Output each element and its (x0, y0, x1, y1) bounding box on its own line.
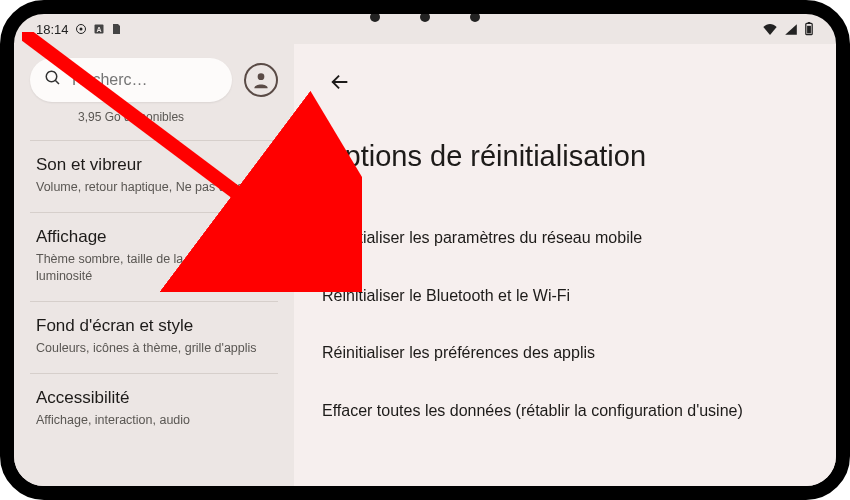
menu-subtitle: Couleurs, icônes à thème, grille d'appli… (36, 340, 272, 357)
storage-available: 3,95 Go disponibles (78, 110, 278, 124)
battery-icon (804, 22, 814, 36)
reset-option-bluetooth-wifi[interactable]: Réinitialiser le Bluetooth et le Wi-Fi (322, 273, 808, 319)
svg-point-1 (79, 28, 82, 31)
sidebar-item-wallpaper[interactable]: Fond d'écran et style Couleurs, icônes à… (30, 304, 278, 371)
menu-title: Fond d'écran et style (36, 316, 272, 336)
divider (30, 140, 278, 141)
settings-sidebar: 3,95 Go disponibles Son et vibreur Volum… (14, 44, 294, 486)
settings-status-icon (75, 23, 87, 35)
back-button[interactable] (322, 64, 358, 100)
sidebar-item-accessibility[interactable]: Accessibilité Affichage, interaction, au… (30, 376, 278, 443)
menu-subtitle: Volume, retour haptique, Ne pas déranger (36, 179, 272, 196)
divider (30, 301, 278, 302)
sim-status-icon (111, 23, 121, 35)
arrow-left-icon (329, 71, 351, 93)
divider (30, 212, 278, 213)
reset-option-app-preferences[interactable]: Réinitialiser les préférences des applis (322, 330, 808, 376)
svg-point-7 (46, 71, 57, 82)
menu-title: Affichage (36, 227, 272, 247)
svg-point-9 (258, 73, 265, 80)
signal-icon (784, 23, 798, 35)
page-title: Options de réinitialisation (322, 140, 808, 173)
svg-rect-6 (807, 26, 811, 34)
svg-line-8 (55, 80, 59, 84)
person-icon (251, 70, 271, 90)
menu-subtitle: Affichage, interaction, audio (36, 412, 272, 429)
sidebar-item-sound[interactable]: Son et vibreur Volume, retour haptique, … (30, 143, 278, 210)
wifi-icon (762, 23, 778, 35)
menu-title: Accessibilité (36, 388, 272, 408)
square-a-status-icon: A (93, 23, 105, 35)
status-time: 18:14 (36, 22, 69, 37)
profile-avatar[interactable] (244, 63, 278, 97)
tablet-frame: 18:14 A (0, 0, 850, 500)
menu-title: Son et vibreur (36, 155, 272, 175)
search-icon (44, 69, 62, 91)
reset-option-mobile-network[interactable]: Réinitialiser les paramètres du réseau m… (322, 215, 808, 261)
main-panel: Options de réinitialisation Réinitialise… (294, 44, 836, 486)
svg-rect-5 (808, 22, 811, 23)
search-field[interactable] (72, 71, 218, 89)
search-input[interactable] (30, 58, 232, 102)
sidebar-item-display[interactable]: Affichage Thème sombre, taille de la pol… (30, 215, 278, 299)
divider (30, 373, 278, 374)
reset-option-factory[interactable]: Effacer toutes les données (rétablir la … (322, 388, 808, 434)
menu-subtitle: Thème sombre, taille de la police, lumin… (36, 251, 272, 285)
status-bar: 18:14 A (14, 14, 836, 44)
svg-text:A: A (96, 26, 101, 33)
